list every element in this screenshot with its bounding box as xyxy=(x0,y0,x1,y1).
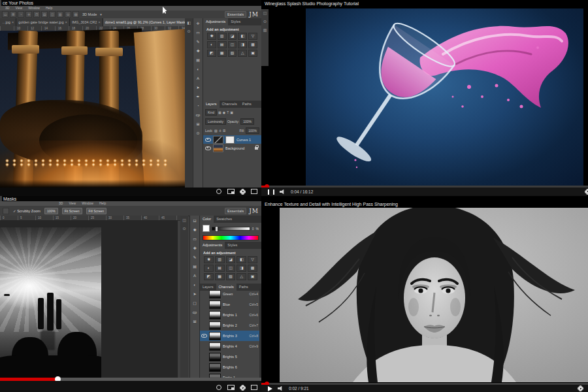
slider-knob[interactable] xyxy=(215,226,218,232)
play-icon[interactable] xyxy=(268,386,272,391)
menu-item[interactable]: Help xyxy=(99,201,106,206)
layer-row-curves[interactable]: Curves 1 xyxy=(203,135,261,144)
menu-item[interactable]: Window xyxy=(82,201,93,206)
tab-adjustments[interactable]: Adjustments xyxy=(200,242,225,249)
adjustment-icon[interactable]: ◩ xyxy=(204,273,214,280)
tab-styles[interactable]: Styles xyxy=(225,242,240,249)
adjustment-icon[interactable]: ▩ xyxy=(248,41,257,48)
opacity-value[interactable]: 100% xyxy=(240,118,254,125)
settings-icon[interactable] xyxy=(578,386,583,391)
curves-thumbnail[interactable] xyxy=(213,136,223,144)
tool-icon[interactable]: ✒ xyxy=(196,95,199,99)
settings-icon[interactable] xyxy=(240,385,245,390)
tab-styles[interactable]: Styles xyxy=(228,18,243,25)
menu-item[interactable]: 3D xyxy=(59,201,63,206)
workspace-button[interactable]: Essentials xyxy=(225,208,246,214)
foreground-color-swatch[interactable] xyxy=(203,225,210,232)
pause-icon[interactable] xyxy=(268,189,274,195)
tool-icon[interactable]: ➤ xyxy=(196,86,199,90)
layer-mask-thumbnail[interactable] xyxy=(225,136,235,144)
adjustment-icon[interactable]: ▽ xyxy=(248,33,257,40)
channel-thumbnail[interactable] xyxy=(209,290,221,299)
menu-item[interactable]: View xyxy=(15,6,22,10)
option-tool-icon[interactable]: ⊡ xyxy=(33,11,40,18)
blend-mode-dropdown[interactable]: Luminosity xyxy=(205,118,226,125)
tab-color[interactable]: Color xyxy=(200,216,214,223)
gray-slider[interactable] xyxy=(212,227,250,231)
tool-icon[interactable]: ✎ xyxy=(193,255,196,260)
channel-thumbnail[interactable] xyxy=(209,332,221,340)
adjustment-icon[interactable]: ✺ xyxy=(204,256,214,263)
channel-row[interactable]: Brights 4Ctrl+9 xyxy=(200,341,260,351)
tool-icon[interactable]: ▢ xyxy=(193,301,197,306)
fullscreen-icon[interactable] xyxy=(251,189,257,194)
document-tab[interactable]: done1 small1.jpg @ 91.2% (Curves 1, Laye… xyxy=(103,18,198,26)
tool-icon[interactable]: ◐ xyxy=(193,283,196,287)
tool-icon[interactable]: ◔ xyxy=(197,104,199,108)
channel-thumbnail[interactable] xyxy=(209,363,221,372)
tool-preset-icon[interactable] xyxy=(3,208,9,214)
filter-type-icon[interactable]: T xyxy=(227,110,229,114)
adjustment-icon[interactable]: ▣ xyxy=(248,273,257,280)
adjustment-icon[interactable]: ✺ xyxy=(207,33,216,40)
fit-screen-button[interactable]: Fit Screen xyxy=(62,208,82,214)
option-tool-icon[interactable]: ◔ xyxy=(18,11,24,18)
channel-row[interactable]: GreenCtrl+4 xyxy=(200,289,260,299)
lock-option-icon[interactable]: ⊞ xyxy=(223,129,225,133)
lock-option-icon[interactable]: ▨ xyxy=(214,129,218,133)
tool-icon[interactable]: A xyxy=(193,274,196,278)
video-bottomleft-masks-tutorial[interactable]: Masks 3DViewWindowHelp ✓ Scrubby Zoom 10… xyxy=(0,196,261,392)
channel-row[interactable]: BlueCtrl+5 xyxy=(200,299,260,310)
channel-row[interactable]: Brights 1Ctrl+6 xyxy=(200,310,260,320)
scrubby-zoom-checkbox[interactable]: ✓ Scrubby Zoom xyxy=(13,209,41,213)
background-thumbnail[interactable] xyxy=(213,144,223,152)
zoom-100-button[interactable]: 100% xyxy=(44,208,58,214)
menu-item[interactable]: Help xyxy=(46,6,52,10)
panel-icon[interactable]: ⊙ xyxy=(182,227,186,231)
adjustment-icon[interactable]: ◩ xyxy=(207,50,216,57)
annotations-icon[interactable] xyxy=(216,385,221,390)
document-tab[interactable]: golden gate bridge water.jpg× xyxy=(16,18,70,26)
adjustment-icon[interactable]: △ xyxy=(238,50,247,57)
canvas-petra-photo[interactable] xyxy=(0,31,185,188)
miniplayer-icon[interactable] xyxy=(227,385,235,390)
adjustment-icon[interactable]: ◪ xyxy=(228,33,237,40)
option-tool-icon[interactable]: ⊙ xyxy=(65,11,71,18)
adjustment-icon[interactable]: ▩ xyxy=(248,265,257,272)
adjustment-icon[interactable]: ▧ xyxy=(228,50,237,57)
document-tab[interactable]: IMG_3034.CR2× xyxy=(70,18,103,26)
fill-value[interactable]: 100% xyxy=(246,127,259,134)
tool-icon[interactable]: ⊞ xyxy=(196,122,199,127)
channel-row[interactable]: Brights 3Ctrl+8 xyxy=(200,331,260,341)
adjustment-icon[interactable]: ◐ xyxy=(207,41,216,48)
channel-thumbnail[interactable] xyxy=(209,301,221,309)
eye-icon[interactable] xyxy=(201,334,207,338)
adjustment-icon[interactable]: ▤ xyxy=(215,265,225,272)
option-tool-icon[interactable]: ▤ xyxy=(41,11,48,18)
tool-icon[interactable]: ▤ xyxy=(193,265,197,269)
miniplayer-icon[interactable] xyxy=(227,189,235,194)
channel-row[interactable]: Brights 2Ctrl+7 xyxy=(200,320,260,331)
menu-item[interactable]: View xyxy=(69,201,76,206)
tool-icon[interactable]: ▤ xyxy=(196,58,200,63)
option-tool-icon[interactable]: ⊞ xyxy=(10,11,16,18)
tool-icon[interactable]: cp xyxy=(196,113,200,118)
tool-icon[interactable]: ◐ xyxy=(197,67,199,72)
tool-icon[interactable]: ✎ xyxy=(196,40,199,44)
option-tool-icon[interactable]: ▭ xyxy=(2,11,8,18)
adjustment-icon[interactable]: ▣ xyxy=(248,50,257,57)
filter-type-icon[interactable]: ◉ xyxy=(223,110,225,114)
tool-icon[interactable]: ▭ xyxy=(193,237,197,242)
tool-icon[interactable]: ⊡ xyxy=(193,219,196,223)
tool-icon[interactable]: ⊙ xyxy=(196,131,199,136)
fill-screen-button[interactable]: Fill Screen xyxy=(86,208,107,214)
fullscreen-icon[interactable] xyxy=(251,385,257,390)
document-tab[interactable]: …jpg× xyxy=(0,18,16,26)
option-tool-icon[interactable]: ◫ xyxy=(49,11,56,18)
menu-item[interactable]: 3D xyxy=(5,6,9,10)
adjustment-icon[interactable]: ◨ xyxy=(238,41,247,48)
color-spectrum-bar[interactable] xyxy=(203,235,259,240)
close-icon[interactable]: × xyxy=(65,20,67,24)
tool-icon[interactable]: ⊞ xyxy=(193,319,196,324)
tool-icon[interactable]: ✺ xyxy=(193,228,196,233)
